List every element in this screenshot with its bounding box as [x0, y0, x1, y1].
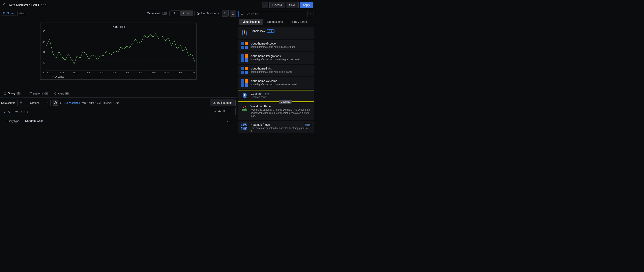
query-inspector-button[interactable]: Query inspector — [210, 100, 236, 106]
viz-item-worldmap[interactable]: Worldmap Panel World Map panel for Grafa… — [238, 103, 314, 120]
viz-item-cloud-home-links[interactable]: cloud-home-links hosted grafana cloud ho… — [238, 65, 314, 76]
tab-query[interactable]: Query 1 — [1, 90, 23, 97]
chart-series-line — [46, 34, 195, 64]
toggle-visibility-icon[interactable] — [218, 110, 221, 113]
tab-library-panels[interactable]: Library panels — [287, 19, 311, 25]
svg-rect-31 — [243, 128, 244, 130]
query-options-link[interactable]: Query options — [64, 101, 80, 104]
query-source: (-- Grafana --) — [12, 110, 28, 113]
interval-info: Interval = 30s — [103, 101, 119, 104]
cloud-panel-icon — [241, 67, 248, 74]
svg-rect-26 — [241, 127, 242, 128]
query-row: ⌄ A (-- Grafana --) ⋮⋮ — [1, 108, 236, 115]
y-axis: 36 34 32 30 28 — [42, 30, 46, 78]
x-axis: 12:00 12:30 13:00 13:30 14:00 14:30 15:0… — [46, 71, 195, 75]
viz-item-cloud-home-discover[interactable]: cloud-home-discover hosted grafana cloud… — [238, 40, 314, 51]
expand-icon[interactable]: ▸ — [60, 101, 62, 104]
viz-item-candlestick[interactable]: Candlestick Beta — [238, 28, 314, 39]
svg-rect-27 — [243, 127, 244, 128]
collapse-sidebar-button[interactable] — [307, 11, 314, 17]
svg-rect-29 — [246, 127, 247, 128]
cloud-panel-icon — [241, 42, 248, 49]
query-tabs: Query 1 Transform 0 Alert 0 — [0, 90, 237, 98]
discard-button[interactable]: Discard — [270, 2, 285, 8]
svg-rect-22 — [241, 125, 242, 126]
delete-query-icon[interactable] — [223, 110, 226, 113]
svg-rect-23 — [243, 125, 244, 126]
svg-point-4 — [20, 102, 22, 103]
chart-plot-area[interactable] — [46, 30, 195, 71]
back-arrow[interactable] — [2, 3, 7, 8]
datasource-select[interactable]: -- Grafana -- ▾ — [17, 100, 50, 106]
chevron-down-icon: ⌄ — [226, 120, 228, 122]
chart-panel: Panel Title 36 34 32 30 28 — [40, 23, 196, 80]
md-info: MD = auto = 755 — [82, 101, 102, 104]
tab-transform[interactable]: Transform 0 — [23, 90, 51, 97]
svg-point-17 — [245, 106, 246, 107]
alert-count-badge: 0 — [65, 92, 69, 95]
worldmap-icon — [241, 105, 248, 112]
beta-badge: Beta — [267, 30, 274, 33]
cloud-panel-icon — [241, 79, 248, 87]
settings-button[interactable] — [262, 2, 268, 8]
breadcrumb: K8s Metrics / Edit Panel — [9, 3, 260, 7]
refresh-button[interactable] — [230, 10, 236, 17]
duplicate-query-icon[interactable] — [213, 110, 216, 113]
sidebar-tabs: Visualizations Suggestions Library panel… — [238, 17, 314, 26]
query-type-select[interactable]: Random Walk ⌄ — [23, 118, 230, 124]
svg-rect-24 — [244, 125, 246, 126]
svg-rect-6 — [214, 111, 216, 112]
svg-rect-20 — [244, 124, 246, 125]
data-dropdown[interactable]: data — [17, 11, 30, 16]
tab-alert[interactable]: Alert 0 — [51, 90, 72, 97]
viz-search-box[interactable] — [238, 11, 306, 17]
svg-point-0 — [264, 5, 266, 6]
data-dropdown-label: data — [20, 12, 24, 15]
svg-rect-19 — [243, 124, 244, 125]
legend-swatch — [52, 77, 54, 77]
apply-button[interactable]: Apply — [300, 2, 313, 8]
table-view-toggle[interactable]: Table view — [145, 11, 170, 16]
chart-legend[interactable]: A-series — [46, 75, 195, 78]
svg-point-15 — [244, 94, 246, 96]
actual-option[interactable]: Actual — [180, 11, 193, 16]
viz-sidebar: Visualizations Suggestions Library panel… — [237, 10, 315, 133]
svg-point-8 — [241, 13, 243, 15]
save-button[interactable]: Save — [286, 2, 299, 8]
viz-item-cloud-home-integrations[interactable]: cloud-home-integrations hosted grafana c… — [238, 52, 314, 64]
svg-rect-25 — [246, 125, 247, 126]
beta-badge: Beta — [304, 123, 311, 126]
svg-rect-21 — [246, 124, 247, 125]
viz-item-geomap[interactable]: Geomap Beta Geomap panel — [238, 90, 314, 102]
tab-visualizations[interactable]: Visualizations — [239, 19, 263, 25]
panel-title: Panel Title — [42, 25, 195, 29]
svg-rect-32 — [244, 128, 246, 130]
drag-handle-icon[interactable]: ⋮⋮ — [228, 110, 234, 113]
datasource-variable[interactable]: K8sCluster — [0, 11, 16, 16]
tab-suggestions[interactable]: Suggestions — [264, 19, 286, 25]
beta-badge: Beta — [264, 92, 271, 95]
table-view-label: Table view — [147, 12, 160, 15]
query-count-badge: 1 — [16, 92, 20, 95]
svg-rect-28 — [244, 127, 246, 128]
time-range-label: Last 6 hours — [201, 12, 216, 15]
toggle-switch[interactable] — [162, 12, 167, 15]
fill-option[interactable]: Fill — [171, 11, 180, 16]
viz-search-input[interactable] — [246, 13, 304, 16]
chevron-down-icon: ▾ — [218, 12, 219, 15]
collapse-query-icon[interactable]: ⌄ — [4, 110, 6, 113]
datasource-label: Data source — [1, 101, 15, 104]
zoom-out-button[interactable] — [222, 10, 228, 17]
time-range-picker[interactable]: Last 6 hours ▾ — [194, 11, 221, 16]
chevron-down-icon: ▾ — [47, 102, 48, 104]
geomap-icon — [241, 92, 248, 99]
svg-rect-33 — [246, 128, 247, 130]
heatmap-icon — [241, 123, 248, 130]
geomap-tooltip: Geomap — [279, 100, 292, 104]
viz-item-heatmap-new[interactable]: Heatmap (new) Beta This heatmap panel wi… — [238, 121, 314, 133]
query-letter[interactable]: A — [8, 110, 10, 113]
legend-label: A-series — [56, 75, 64, 78]
svg-point-7 — [219, 111, 220, 112]
viz-item-cloud-home-welcome[interactable]: cloud-home-welcome hosted grafana cloud … — [238, 77, 314, 89]
datasource-help-button[interactable] — [52, 100, 58, 106]
